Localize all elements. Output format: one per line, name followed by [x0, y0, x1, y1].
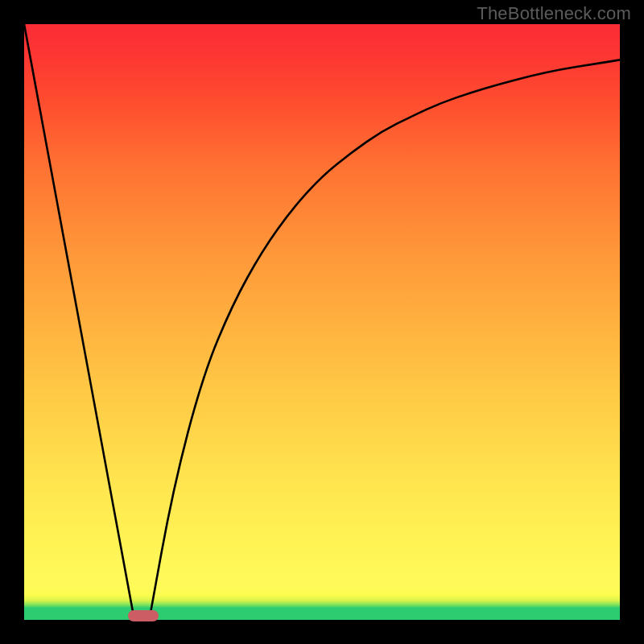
plot-area	[24, 24, 620, 620]
curve-layer	[24, 24, 620, 620]
chart-frame: TheBottleneck.com	[0, 0, 644, 644]
vertex-marker	[128, 610, 159, 621]
right-curve-path	[149, 60, 620, 620]
left-line-path	[24, 24, 134, 620]
watermark-text: TheBottleneck.com	[477, 3, 631, 24]
